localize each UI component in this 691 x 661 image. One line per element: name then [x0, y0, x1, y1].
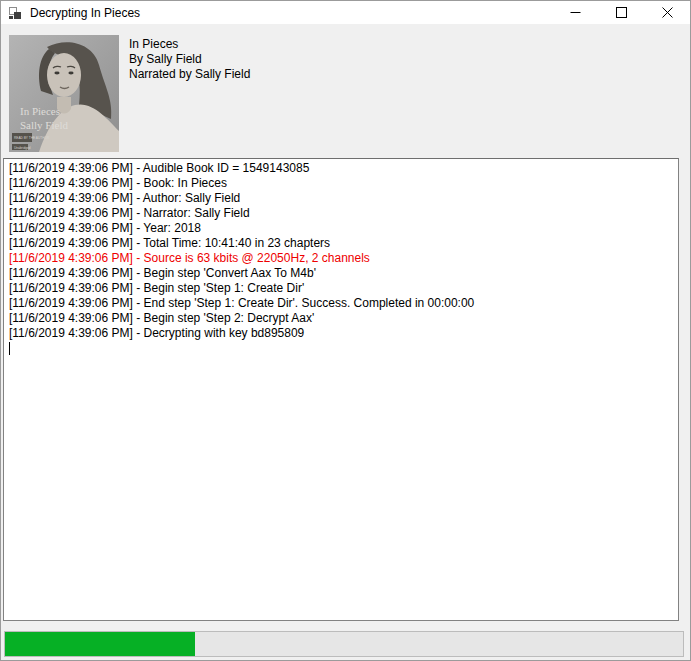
svg-text:READ BY THE AUTHOR: READ BY THE AUTHOR	[14, 136, 50, 140]
caption-buttons	[552, 1, 690, 24]
close-icon	[662, 7, 673, 18]
log-line: [11/6/2019 4:39:06 PM] - Begin step 'Ste…	[9, 281, 674, 296]
cover-title: In Pieces	[20, 105, 60, 117]
progress-bar	[4, 631, 684, 657]
maximize-icon	[616, 7, 627, 18]
book-author: By Sally Field	[129, 52, 250, 67]
log-line: [11/6/2019 4:39:06 PM] - Begin step 'Con…	[9, 266, 674, 281]
log-line: [11/6/2019 4:39:06 PM] - Book: In Pieces	[9, 176, 674, 191]
cover-author: Sally Field	[20, 119, 68, 131]
log-line: [11/6/2019 4:39:06 PM] - Audible Book ID…	[9, 161, 674, 176]
app-icon	[8, 6, 22, 20]
book-narrator: Narrated by Sally Field	[129, 67, 250, 82]
log-output[interactable]: [11/6/2019 4:39:06 PM] - Audible Book ID…	[3, 158, 679, 621]
log-line: [11/6/2019 4:39:06 PM] - Begin step 'Ste…	[9, 311, 674, 326]
app-window: Decrypting In Pieces	[0, 0, 691, 661]
close-button[interactable]	[644, 1, 690, 24]
log-line: [11/6/2019 4:39:06 PM] - Narrator: Sally…	[9, 206, 674, 221]
book-title: In Pieces	[129, 37, 250, 52]
log-line: [11/6/2019 4:39:06 PM] - End step 'Step …	[9, 296, 674, 311]
minimize-button[interactable]	[552, 1, 598, 24]
text-caret-line	[9, 341, 674, 356]
log-line: [11/6/2019 4:39:06 PM] - Decrypting with…	[9, 326, 674, 341]
log-line: [11/6/2019 4:39:06 PM] - Total Time: 10:…	[9, 236, 674, 251]
title-bar[interactable]: Decrypting In Pieces	[1, 1, 690, 24]
log-line: [11/6/2019 4:39:06 PM] - Year: 2018	[9, 221, 674, 236]
cover-badge-unabridged: Unabridged	[12, 144, 31, 150]
log-line: [11/6/2019 4:39:06 PM] - Author: Sally F…	[9, 191, 674, 206]
progress-fill	[5, 632, 195, 656]
book-cover-image: In Pieces Sally Field READ BY THE AUTHOR…	[9, 35, 119, 152]
book-info: In Pieces By Sally Field Narrated by Sal…	[129, 37, 250, 82]
maximize-button[interactable]	[598, 1, 644, 24]
svg-text:Unabridged: Unabridged	[14, 146, 31, 150]
log-line: [11/6/2019 4:39:06 PM] - Source is 63 kb…	[9, 251, 674, 266]
text-caret	[9, 342, 10, 355]
minimize-icon	[570, 7, 581, 18]
window-title: Decrypting In Pieces	[30, 6, 140, 20]
cover-portrait: In Pieces Sally Field READ BY THE AUTHOR…	[9, 35, 119, 152]
